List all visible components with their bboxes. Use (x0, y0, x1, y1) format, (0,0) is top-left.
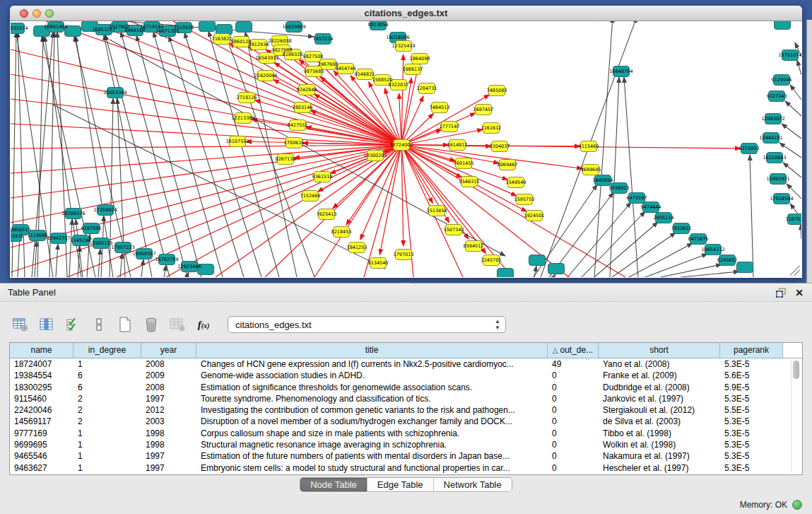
table-row[interactable]: 977716911998Corpus callosum shape and si… (10, 428, 802, 439)
table-cell[interactable]: 9115460 (10, 393, 73, 404)
table-cell[interactable]: 2008 (141, 358, 196, 370)
table-cell[interactable]: 9699695 (10, 439, 73, 450)
graph-node[interactable] (737, 262, 753, 273)
table-cell[interactable]: 1998 (141, 428, 196, 439)
table-cell[interactable]: 5.5E-5 (720, 404, 783, 416)
graph-node[interactable] (199, 21, 216, 32)
table-cell[interactable]: 0 (548, 450, 599, 462)
table-cell[interactable]: 0 (548, 393, 599, 404)
table-row[interactable]: 1830029562008Estimation of significance … (10, 382, 802, 393)
table-cell[interactable]: 2008 (141, 382, 196, 393)
table-row[interactable]: 911546021997Tourette syndrome. Phenomeno… (10, 393, 802, 404)
table-cell[interactable]: 1997 (141, 393, 196, 404)
table-cell[interactable]: 1 (73, 450, 141, 462)
table-cell[interactable]: 49 (548, 358, 599, 370)
tab-node-table[interactable]: Node Table (300, 478, 367, 491)
table-cell[interactable]: Stergiakouli et al. (2012) (599, 404, 720, 416)
table-cell[interactable]: Investigating the contribution of common… (196, 404, 548, 416)
table-cell[interactable]: 6 (73, 382, 141, 393)
table-cell[interactable]: 0 (548, 428, 599, 439)
table-cell[interactable]: 2 (73, 404, 141, 416)
column-header-short[interactable]: short (599, 343, 720, 358)
table-cell[interactable]: Estimation of significance thresholds fo… (196, 382, 548, 393)
table-cell[interactable]: 2003 (141, 416, 196, 427)
column-header-name[interactable]: name (10, 343, 73, 358)
network-window-titlebar[interactable]: citations_edges.txt (10, 6, 802, 21)
show-columns-button[interactable] (37, 315, 56, 334)
create-table-button[interactable] (116, 315, 134, 334)
table-cell[interactable]: 5.3E-5 (720, 358, 783, 370)
table-cell[interactable]: 9463627 (10, 462, 73, 474)
table-cell[interactable]: 18300295 (10, 382, 73, 393)
table-cell[interactable]: Structural magnetic resonance image aver… (196, 439, 548, 450)
tab-network-table[interactable]: Network Table (433, 478, 512, 491)
table-cell[interactable]: 0 (548, 382, 599, 393)
column-header-title[interactable]: title (196, 343, 548, 358)
table-cell[interactable]: 5.3E-5 (720, 393, 783, 404)
network-window[interactable]: citations_edges.txt 24035574206914061085… (10, 6, 802, 278)
table-cell[interactable]: Yano et al. (2008) (599, 358, 720, 370)
table-cell[interactable]: Embryonic stem cells: a model to study s… (196, 462, 548, 474)
citation-network-graph[interactable]: 2403557420691406108532571527602646616010… (11, 21, 801, 277)
table-cell[interactable]: Nakamura et al. (1997) (599, 450, 720, 462)
table-cell[interactable]: 1 (73, 439, 141, 450)
table-cell[interactable]: 22420046 (10, 404, 73, 416)
table-cell[interactable]: 0 (548, 370, 599, 381)
table-cell[interactable]: 1 (73, 428, 141, 439)
table-cell[interactable]: 5.3E-5 (720, 462, 783, 474)
table-selector-dropdown[interactable]: citations_edges.txt ▲▼ (228, 316, 506, 333)
table-cell[interactable]: Franke et al. (2009) (599, 370, 720, 381)
column-header-year[interactable]: year (141, 343, 196, 358)
table-cell[interactable]: 5.3E-5 (720, 450, 783, 462)
float-panel-icon[interactable] (775, 287, 787, 298)
table-cell[interactable]: Corpus callosum shape and size in male p… (196, 428, 548, 439)
delete-table-button[interactable] (142, 315, 160, 334)
table-mode-button[interactable] (11, 315, 30, 334)
table-cell[interactable]: 0 (548, 462, 599, 474)
table-cell[interactable]: de Silva et al. (2003) (599, 416, 720, 427)
table-cell[interactable]: Disruption of a novel member of a sodium… (196, 416, 548, 427)
graph-node[interactable] (775, 21, 791, 30)
table-cell[interactable]: 2 (73, 416, 141, 427)
table-cell[interactable]: Genome-wide association studies in ADHD. (196, 370, 548, 381)
table-cell[interactable]: 1997 (141, 450, 196, 462)
resize-grip-icon[interactable] (790, 266, 800, 276)
table-cell[interactable]: Estimation of the future numbers of pati… (196, 450, 548, 462)
column-header-out_de[interactable]: △out_de... (548, 343, 599, 358)
table-row[interactable]: 1938455462009Genome-wide association stu… (10, 370, 802, 381)
table-cell[interactable]: Dudbridge et al. (2008) (599, 382, 720, 393)
table-cell[interactable]: Changes of HCN gene expression and I(f) … (196, 358, 548, 370)
column-header-in_degree[interactable]: in_degree (73, 343, 141, 358)
graph-node[interactable] (548, 264, 565, 274)
graph-node[interactable] (236, 22, 252, 33)
table-cell[interactable]: 5.3E-5 (720, 416, 783, 427)
table-cell[interactable]: 1 (73, 358, 141, 370)
table-cell[interactable]: 5.6E-5 (720, 370, 783, 381)
table-row[interactable]: 946554611997Estimation of the future num… (10, 450, 802, 462)
table-row[interactable]: 969969511998Structural magnetic resonanc… (10, 439, 802, 450)
table-cell[interactable]: 5.9E-5 (720, 382, 783, 393)
network-canvas[interactable]: 2403557420691406108532571527602646616010… (11, 21, 801, 277)
table-row[interactable]: 1456911722003Disruption of a novel membe… (10, 416, 802, 427)
table-cell[interactable]: 9465546 (10, 450, 73, 462)
table-cell[interactable]: 1 (73, 462, 141, 474)
table-cell[interactable]: 0 (548, 416, 599, 427)
table-cell[interactable]: 14569117 (10, 416, 73, 427)
table-row[interactable]: 1872400712008Changes of HCN gene express… (10, 358, 802, 370)
table-cell[interactable]: 18724007 (10, 358, 73, 370)
table-cell[interactable]: Tibbo et al. (1998) (599, 428, 720, 439)
column-header-pagerank[interactable]: pagerank (720, 343, 783, 358)
row-height-button[interactable] (90, 315, 108, 334)
import-table-button[interactable] (168, 315, 187, 334)
table-cell[interactable]: 2 (73, 393, 141, 404)
table-cell[interactable]: 0 (548, 404, 599, 416)
table-cell[interactable]: Tourette syndrome. Phenomenology and cla… (196, 393, 548, 404)
table-cell[interactable]: 1998 (141, 439, 196, 450)
table-cell[interactable]: Jankovic et al. (1997) (599, 393, 720, 404)
table-row[interactable]: 2242004622012Investigating the contribut… (10, 404, 802, 416)
graph-node[interactable] (529, 255, 546, 266)
table-cell[interactable]: 19384554 (10, 370, 73, 381)
table-row[interactable]: 946362711997Embryonic stem cells: a mode… (10, 462, 802, 474)
select-columns-button[interactable] (64, 315, 82, 334)
scrollbar-thumb[interactable] (793, 361, 799, 379)
